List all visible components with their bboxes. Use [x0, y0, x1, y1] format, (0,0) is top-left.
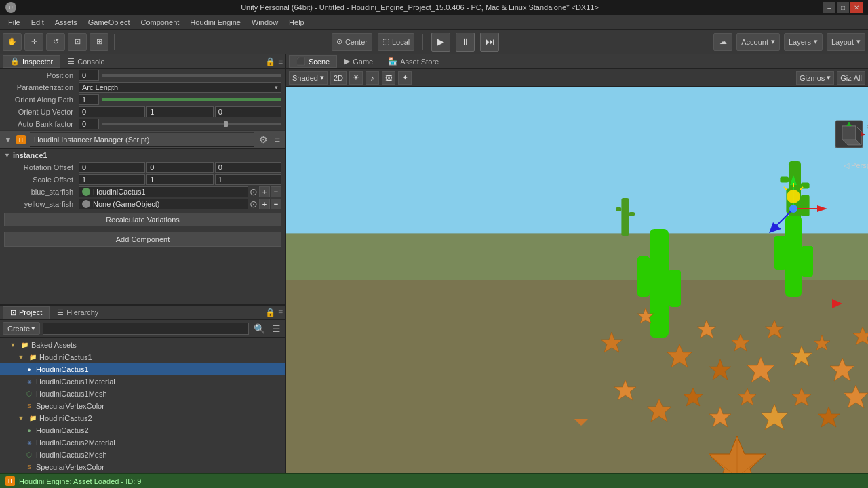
list-item[interactable]: ● HoudiniCactus1 — [0, 363, 285, 375]
component-expand-arrow[interactable]: ▼ — [4, 135, 12, 144]
tab-console[interactable]: ☰ Console — [60, 55, 112, 68]
pivot-dropdown[interactable]: ⊙ Center — [332, 33, 372, 51]
menu-assets[interactable]: Assets — [50, 17, 83, 28]
position-slider[interactable] — [102, 74, 281, 77]
tab-hierarchy[interactable]: ☰ Hierarchy — [50, 306, 106, 319]
rotation-y[interactable] — [146, 162, 213, 173]
sun-icon-button[interactable]: ☀ — [349, 71, 363, 85]
list-item[interactable]: ⬡ HoudiniCactus2Mesh — [0, 449, 285, 461]
orient-up-value — [79, 106, 281, 117]
tab-scene[interactable]: ⬛ Scene — [289, 55, 337, 68]
menu-window[interactable]: Window — [246, 17, 283, 28]
add-component-button[interactable]: Add Component — [4, 232, 281, 247]
list-item[interactable]: S SpecularVertexColor — [0, 400, 285, 412]
param-value: Arc Length ▾ — [79, 82, 281, 93]
tab-project[interactable]: ⊡ Project — [3, 306, 50, 319]
list-item[interactable]: ▼ 📁 HoudiniCactus2 — [0, 412, 285, 424]
pause-button[interactable]: ⏸ — [456, 33, 475, 52]
blue-starfish-target[interactable]: ⊙ — [250, 186, 258, 197]
project-lock-icon[interactable]: 🔒 — [265, 308, 275, 317]
filter-button[interactable]: ☰ — [270, 323, 283, 334]
play-button[interactable]: ▶ — [431, 33, 450, 52]
account-label: Account — [741, 38, 768, 46]
account-dropdown[interactable]: Account ▾ — [736, 33, 780, 51]
move-tool-button[interactable]: ✛ — [24, 33, 43, 51]
yellow-starfish-remove-btn[interactable]: − — [271, 199, 281, 209]
list-item[interactable]: ▼ 📁 Baked Assets — [0, 339, 285, 351]
image-icon-button[interactable]: 🖼 — [382, 71, 395, 85]
main-layout: 🔒 Inspector ☰ Console 🔒 ≡ — [0, 54, 868, 473]
scale-z[interactable] — [215, 174, 281, 185]
orient-up-z[interactable] — [215, 106, 281, 117]
scale-x[interactable] — [79, 174, 145, 185]
list-item[interactable]: ◈ HoudiniCactus1Material — [0, 375, 285, 388]
hand-tool-button[interactable]: ✋ — [3, 33, 22, 51]
component-title: Houdini Instancer Manager (Script) — [30, 132, 254, 147]
rect-tool-button[interactable]: ⊞ — [90, 33, 108, 51]
menu-file[interactable]: File — [3, 17, 26, 28]
blue-starfish-add-btn[interactable]: + — [259, 186, 270, 197]
layout-dropdown[interactable]: Layout ▾ — [827, 33, 865, 51]
list-item[interactable]: ▼ 📁 HoudiniCactus1 — [0, 351, 285, 363]
list-item[interactable]: ◈ HoudiniCactus2Material — [0, 436, 285, 449]
create-button[interactable]: Create ▾ — [3, 322, 40, 335]
rotation-offset-row: Rotation Offset — [0, 161, 285, 174]
param-dropdown-arrow[interactable]: ▾ — [275, 84, 278, 91]
scale-tool-button[interactable]: ⊡ — [68, 33, 87, 51]
project-menu-icon[interactable]: ≡ — [278, 308, 283, 317]
project-search-input[interactable] — [43, 323, 249, 335]
component-settings-button[interactable]: ⚙ — [258, 134, 269, 145]
search-icon-button[interactable]: 🔍 — [252, 323, 267, 334]
audio-icon-button[interactable]: ♪ — [366, 71, 379, 85]
rotate-tool-button[interactable]: ↺ — [46, 33, 65, 51]
orient-along-input[interactable] — [79, 94, 99, 105]
gizmos-filter[interactable]: Giz All — [837, 71, 865, 85]
blue-starfish-icon — [82, 188, 90, 196]
tab-asset-store[interactable]: 🏪 Asset Store — [380, 55, 446, 68]
view-2d-button[interactable]: 2D — [330, 71, 347, 85]
panel-menu-icon[interactable]: ≡ — [278, 57, 283, 66]
space-dropdown[interactable]: ⬚ Local — [378, 33, 414, 51]
svg-rect-18 — [802, 246, 813, 277]
orient-along-slider[interactable] — [102, 98, 281, 101]
tab-game[interactable]: ▶ Game — [337, 55, 380, 68]
menu-component[interactable]: Component — [135, 17, 184, 28]
list-item[interactable]: ⬡ HoudiniCactus1Mesh — [0, 388, 285, 400]
blue-starfish-remove-btn[interactable]: − — [271, 186, 281, 197]
orient-along-label: Orient Along Path — [8, 96, 76, 104]
scene-tab-label: Scene — [309, 58, 330, 66]
tree-item-label: HoudiniCactus1Material — [36, 378, 115, 386]
menu-help[interactable]: Help — [283, 17, 310, 28]
gizmos-dropdown[interactable]: Gizmos ▾ — [796, 71, 834, 85]
position-value — [79, 70, 281, 81]
rotation-x[interactable] — [79, 162, 145, 173]
list-item[interactable]: S SpecularVertexColor — [0, 461, 285, 473]
menu-gameobject[interactable]: GameObject — [83, 17, 136, 28]
menu-houdini-engine[interactable]: Houdini Engine — [184, 17, 246, 28]
rotation-z[interactable] — [215, 162, 281, 173]
scene-view[interactable]: ✕ ◁ Persp — [286, 87, 868, 473]
component-menu-button[interactable]: ≡ — [273, 134, 281, 145]
minimize-button[interactable]: – — [823, 2, 835, 13]
list-item[interactable]: ● HoudiniCactus2 — [0, 424, 285, 436]
shaded-dropdown[interactable]: Shaded ▾ — [289, 71, 328, 85]
step-button[interactable]: ⏭ — [480, 33, 499, 52]
cloud-button[interactable]: ☁ — [713, 33, 732, 51]
layers-dropdown[interactable]: Layers ▾ — [784, 33, 823, 51]
autobank-input[interactable] — [79, 119, 99, 129]
menu-edit[interactable]: Edit — [26, 17, 50, 28]
instance1-arrow[interactable]: ▼ — [4, 152, 10, 159]
tab-inspector[interactable]: 🔒 Inspector — [3, 55, 60, 68]
maximize-button[interactable]: □ — [837, 2, 849, 13]
orient-up-y[interactable] — [146, 106, 213, 117]
scale-y[interactable] — [146, 174, 213, 185]
position-input[interactable] — [79, 70, 99, 81]
orient-up-x[interactable] — [79, 106, 145, 117]
effect-icon-button[interactable]: ✦ — [398, 71, 412, 85]
close-button[interactable]: ✕ — [850, 2, 863, 13]
autobank-slider[interactable] — [102, 123, 281, 125]
yellow-starfish-target[interactable]: ⊙ — [250, 199, 258, 209]
yellow-starfish-add-btn[interactable]: + — [259, 199, 270, 209]
recalculate-button[interactable]: Recalculate Variations — [4, 213, 281, 226]
panel-lock-icon[interactable]: 🔒 — [265, 57, 275, 66]
